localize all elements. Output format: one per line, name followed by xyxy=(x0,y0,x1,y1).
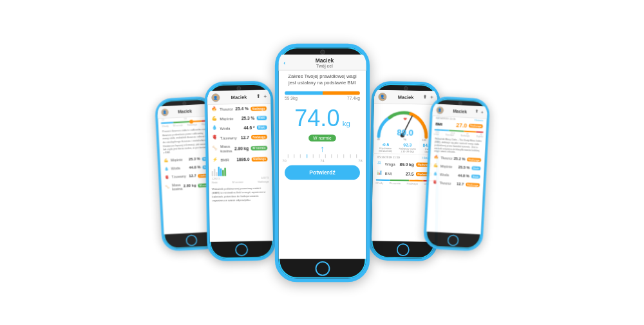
username-4: Maciek xyxy=(397,94,413,100)
label-woda-1: Woda xyxy=(171,166,189,171)
phone-2: 👤 Maciek ⬆ ＋ 🔥 Tłuszcz 25.4 % Nadwaga 💪 … xyxy=(204,80,276,261)
share-icon-4[interactable]: ⬆ xyxy=(422,93,427,100)
organ-icon-5: 🫀 xyxy=(432,180,438,185)
bone-icon-2: 🦴 xyxy=(212,145,218,152)
screen-2: 👤 Maciek ⬆ ＋ 🔥 Tłuszcz 25.4 % Nadwaga 💪 … xyxy=(207,89,272,241)
home-btn-1[interactable] xyxy=(185,234,197,246)
scale-labels-4: ChudyW normieNadwagaOtyłość xyxy=(375,181,433,185)
badge-fat-5: Nadwaga xyxy=(467,158,481,162)
label-woda-2: Woda xyxy=(220,125,243,130)
value-bmi-4: 27.5 xyxy=(405,171,413,176)
scale-icon-4: ⚖ xyxy=(377,160,383,167)
home-btn-5[interactable] xyxy=(447,234,459,246)
header-icons-4: ⬆ ＋ xyxy=(422,93,433,100)
value-woda-2: 44.6 * xyxy=(243,125,254,130)
share-icon-5[interactable]: ⬆ xyxy=(474,109,478,115)
water-icon-5: 💧 xyxy=(432,171,438,177)
value-miesnie-2: 25.3 % xyxy=(241,115,254,120)
plus-icon-5[interactable]: ＋ xyxy=(480,109,484,116)
share-icon-2[interactable]: ⬆ xyxy=(256,93,260,100)
back-icon-3[interactable]: ‹ xyxy=(283,59,285,66)
lbl-wnormie-1: W normie xyxy=(173,124,183,127)
scale-num-1: 12 xyxy=(161,118,164,122)
label-fat-2: Tłuszcz xyxy=(219,106,235,111)
stats-4: -0.5 Poprzednio(05/13/2019) 92.3 Najleps… xyxy=(373,141,437,154)
metric-woda-2: 💧 Woda 44.6 * Niski xyxy=(207,122,271,133)
username-5: Maciek xyxy=(453,108,467,113)
organ-icon-2: 🫀 xyxy=(212,135,218,141)
value-num-3: 74.0 xyxy=(294,106,339,131)
muscle-icon-1: 💪 xyxy=(163,158,169,163)
header-4: 👤 Maciek ⬆ ＋ xyxy=(374,89,437,104)
svg-text:48: 48 xyxy=(377,137,380,140)
badge-ttrz-5: Nadwaga xyxy=(466,182,480,187)
home-btn-2[interactable] xyxy=(235,243,248,256)
value-woda-1: 44.6 % xyxy=(189,165,200,170)
plus-icon-4[interactable]: ＋ xyxy=(429,94,434,101)
home-btn-3[interactable] xyxy=(315,261,330,275)
bmi-badge-5: Nadwaga xyxy=(468,124,482,128)
subtitle-3: Twój cel xyxy=(288,64,361,68)
stat-prev-4: -0.5 xyxy=(379,142,392,147)
label-bmr-2: BMR xyxy=(220,157,236,162)
water-icon-2: 💧 xyxy=(212,125,218,131)
label-waga-4: Waga xyxy=(384,162,399,167)
stat-best-4: 92.3 xyxy=(399,142,415,147)
camera-4 xyxy=(403,86,408,90)
svg-text:130: 130 xyxy=(422,138,427,140)
metric-ttrz-2: 🫀 T.trzewny 12.7 Nadwaga xyxy=(207,132,271,142)
gauge-value-4: 89.0 xyxy=(397,127,413,137)
metric-fat-2: 🔥 Tłuszcz 25.4 % Nadwaga xyxy=(207,104,270,114)
label-bmi-4: BMI xyxy=(384,171,405,176)
bone-icon-1: 🦴 xyxy=(165,184,171,190)
scene: 👤 Maciek ⬆ 12 18 24 xyxy=(0,0,644,325)
screen-5: 👤 Maciek ⬆ ＋ 04/04/2019 11:01 Historia B… xyxy=(426,104,487,234)
label-fat-5: Tłuszcz xyxy=(440,156,453,161)
value-miesnie-5: 25.5 % xyxy=(458,165,469,169)
fat-icon-5: 🔥 xyxy=(433,154,439,160)
avatar-1: 👤 xyxy=(160,108,168,116)
stat-prev-label-4: Poprzednio(05/13/2019) xyxy=(378,147,392,153)
range-min-3: 59.9kg xyxy=(285,96,298,100)
badge-woda-5: Niski xyxy=(471,174,480,178)
muscle-icon-2: 💪 xyxy=(211,115,218,122)
badge-fat-2: Nadwaga xyxy=(251,106,267,111)
label-ttrz-5: Tłuszcz xyxy=(439,181,457,186)
status-3: W normie xyxy=(278,131,366,142)
value-miesnie-1: 25.3 % xyxy=(188,157,200,162)
value-bmr-2: 1886.0 xyxy=(236,157,249,162)
lbl-chudy-1: Chudy xyxy=(162,125,169,128)
label-miesnie-1: Mięśnie xyxy=(170,158,188,163)
metric-miesnie-2: 💪 Mięśnie 25.3 % Niski xyxy=(207,113,271,123)
metric-bmr-2: ⚡ BMR 1886.0 Nadwaga xyxy=(208,154,272,164)
unit-3: kg xyxy=(342,119,350,127)
arrow-up-3: ↑ xyxy=(278,144,366,153)
muscle-icon-5: 💪 xyxy=(433,163,439,169)
badge-woda-2: Niski xyxy=(256,125,267,129)
home-btn-4[interactable] xyxy=(396,243,409,256)
value-fat-5: 25.2 % xyxy=(453,156,465,161)
label-woda-5: Woda xyxy=(439,172,457,178)
plus-icon-2[interactable]: ＋ xyxy=(262,93,267,100)
phone-3: ‹ Maciek Twój cel Zakres Twojej prawidło… xyxy=(274,43,369,282)
range-max-3: 77.4kg xyxy=(346,96,359,100)
screen-3: ‹ Maciek Twój cel Zakres Twojej prawidło… xyxy=(278,54,366,258)
bmi-label-5: BMI xyxy=(435,122,456,127)
label-miesnie-2: Mięśnie xyxy=(220,116,242,121)
badge-miesnie-5: Niski xyxy=(471,166,480,170)
label-mkostna-2: Masa kostna xyxy=(220,144,234,153)
title-3: Maciek xyxy=(288,57,361,64)
gauge-4: 48 130 ❤ 89.0 kg xyxy=(373,106,437,141)
history-5[interactable]: Historia xyxy=(474,118,483,122)
value-mkostna-2: 2.80 kg xyxy=(234,145,248,151)
avatar-4: 👤 xyxy=(378,92,386,100)
header-icons-2: ⬆ ＋ xyxy=(256,93,267,100)
confirm-btn-3[interactable]: Potwierdź xyxy=(278,165,366,180)
water-icon-1: 💧 xyxy=(164,166,169,172)
label-mkostna-1: Masa kostna xyxy=(171,182,184,191)
value-ttrz-2: 12.7 xyxy=(240,135,249,140)
stat-best-label-4: Najlepszy wynikz 30 dni (kg) xyxy=(399,147,415,153)
status-badge-3: W normie xyxy=(308,135,336,141)
chart-labels-2: NiskiW normieNadwaga xyxy=(211,180,269,183)
value-ttrz-5: 12.7 xyxy=(456,181,464,186)
